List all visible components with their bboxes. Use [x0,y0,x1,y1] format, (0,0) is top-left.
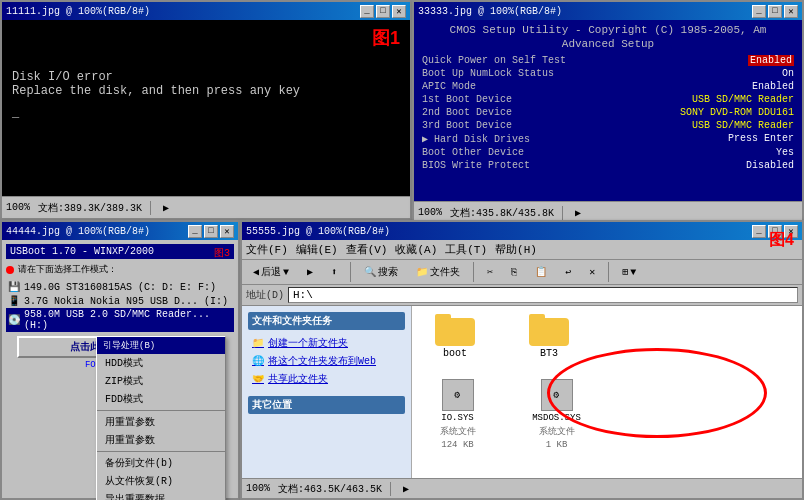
undo-button[interactable]: ↩ [558,263,578,281]
cut-button[interactable]: ✂ [480,263,500,281]
folder-boot[interactable]: boot [420,314,490,359]
file-msdossys[interactable]: ⚙ MSDOS.SYS 系统文件 1 KB [519,379,594,450]
up-button[interactable]: ⬆ [324,263,344,281]
files-row: ⚙ IO.SYS 系统文件 124 KB ⚙ MSDOS.SYS 系统文件 1 … [420,379,794,450]
win1-buttons: _ □ ✕ [360,5,406,18]
title-bar-win3: 44444.jpg @ 100%(RGB/8#) _ □ ✕ [2,222,238,240]
bios-title2: Advanced Setup [420,38,796,50]
title-text-win3: 44444.jpg @ 100%(RGB/8#) [6,226,150,237]
usboot-drive-list: 💾 149.0G ST3160815AS (C: D: E: F:) 📱 3.7… [6,280,234,332]
menu-tools[interactable]: 工具(T) [445,242,487,257]
restore-btn-win3[interactable]: □ [204,225,218,238]
fig3-label-inner: 图3 [214,246,230,260]
bios-row-5: 3rd Boot Device USB SD/MMC Reader [420,119,796,132]
bios-row-1: Boot Up NumLock Status On [420,67,796,80]
win1-status: 文档:389.3K/389.3K [38,201,151,215]
drive-label-0: 149.0G ST3160815AS (C: D: E: F:) [24,282,216,293]
close-btn-win2[interactable]: ✕ [784,5,798,18]
maximize-btn-win2[interactable]: □ [768,5,782,18]
copy-icon: ⎘ [511,267,517,278]
menu-edit[interactable]: 编辑(E) [296,242,338,257]
minimize-btn-win2[interactable]: _ [752,5,766,18]
bios-row-0: Quick Power on Self Test Enabled [420,54,796,67]
disk-error-text: Disk I/O error Replace the disk, and the… [12,70,400,120]
search-label: 搜索 [378,265,398,279]
menu-file[interactable]: 文件(F) [246,242,288,257]
publish-icon: 🌐 [252,355,264,367]
back-button[interactable]: ◀ 后退 ▼ [246,262,296,282]
close-btn-win3[interactable]: ✕ [220,225,234,238]
ctx-backup[interactable]: 备份到文件(b) [97,454,225,472]
ctx-export[interactable]: 导出重要数据 [97,490,225,500]
ctx-zip[interactable]: ZIP模式 [97,372,225,390]
sidebar-link-share[interactable]: 🤝 共享此文件夹 [248,370,405,388]
bios-row-7: Boot Other Device Yes [420,146,796,159]
minimize-btn-win1[interactable]: _ [360,5,374,18]
ctx-fdd[interactable]: FDD模式 [97,390,225,408]
msdossys-icon: ⚙ [541,379,573,411]
window-11111[interactable]: 11111.jpg @ 100%(RGB/8#) _ □ ✕ 图1 Disk I… [0,0,412,220]
folder-bt3-body [529,318,569,346]
usboot-appname: USBoot 1.70 - WINXP/2000 [10,246,154,257]
bios-row-8: BIOS Write Protect Disabled [420,159,796,172]
menu-help[interactable]: 帮助(H) [495,242,537,257]
copy-button[interactable]: ⎘ [504,264,524,281]
search-icon: 🔍 [364,266,376,278]
minimize-btn-win3[interactable]: _ [188,225,202,238]
win4-main: 文件和文件夹任务 📁 创建一个新文件夹 🌐 将这个文件夹发布到Web 🤝 共享此… [242,306,802,478]
views-icon: ⊞ [622,266,628,278]
forward-button[interactable]: ▶ [300,263,320,281]
close-btn-win1[interactable]: ✕ [392,5,406,18]
folder-bt3[interactable]: BT3 [514,314,584,359]
iosys-name: IO.SYS [441,413,473,423]
bios-row-2: APIC Mode Enabled [420,80,796,93]
window-33333[interactable]: 33333.jpg @ 100%(RGB/8#) _ □ ✕ CMOS Setu… [412,0,804,225]
folder-boot-icon [435,314,475,346]
delete-icon: ✕ [589,266,595,278]
drive-item-2[interactable]: 💽 958.0M USB 2.0 SD/MMC Reader... (H:) [6,308,234,332]
ctx-reset1[interactable]: 用重置参数 [97,413,225,431]
ctx-restore[interactable]: 从文件恢复(R) [97,472,225,490]
ctx-menu-title: 引导处理(B) [97,337,225,354]
folder-bt3-icon [529,314,569,346]
ctx-reset2[interactable]: 用重置参数 [97,431,225,449]
msdossys-type: 系统文件 [539,425,575,438]
publish-label: 将这个文件夹发布到Web [268,354,376,368]
search-button[interactable]: 🔍 搜索 [357,262,405,282]
maximize-btn-win1[interactable]: □ [376,5,390,18]
msdossys-name: MSDOS.SYS [532,413,581,423]
sidebar-link-new-folder[interactable]: 📁 创建一个新文件夹 [248,334,405,352]
win4-file-area: boot BT3 ⚙ [412,306,802,478]
views-button[interactable]: ⊞ ▼ [615,263,643,281]
iosys-type: 系统文件 [440,425,476,438]
sidebar-link-publish[interactable]: 🌐 将这个文件夹发布到Web [248,352,405,370]
address-label: 地址(D) [246,288,284,302]
cut-icon: ✂ [487,266,493,278]
delete-button[interactable]: ✕ [582,263,602,281]
undo-icon: ↩ [565,266,571,278]
menu-favorites[interactable]: 收藏(A) [395,242,437,257]
window-44444[interactable]: 44444.jpg @ 100%(RGB/8#) _ □ ✕ USBoot 1.… [0,220,240,500]
minimize-btn-win4[interactable]: _ [752,225,766,238]
address-input[interactable]: H:\ [288,287,798,303]
paste-button[interactable]: 📋 [528,263,554,281]
views-arrow: ▼ [630,267,636,278]
sidebar-section-tasks: 文件和文件夹任务 📁 创建一个新文件夹 🌐 将这个文件夹发布到Web 🤝 共享此… [248,312,405,388]
ctx-hdd[interactable]: HDD模式 [97,354,225,372]
title-bar-win1: 11111.jpg @ 100%(RGB/8#) _ □ ✕ [2,2,410,20]
drive-item-1[interactable]: 📱 3.7G Nokia Nokia N95 USB D... (I:) [6,294,234,308]
title-bar-win2: 33333.jpg @ 100%(RGB/8#) _ □ ✕ [414,2,802,20]
win2-zoom: 100% [418,207,442,218]
win2-status: 文档:435.8K/435.8K [450,206,563,220]
window-55555[interactable]: 55555.jpg @ 100%(RGB/8#) _ □ ✕ 文件(F) 编辑(… [240,220,804,500]
folders-button[interactable]: 📁 文件夹 [409,262,467,282]
title-text-win1: 11111.jpg @ 100%(RGB/8#) [6,6,150,17]
title-bar-win4: 55555.jpg @ 100%(RGB/8#) _ □ ✕ [242,222,802,240]
menu-view[interactable]: 查看(V) [346,242,388,257]
file-iosys[interactable]: ⚙ IO.SYS 系统文件 124 KB [420,379,495,450]
drive-item-0[interactable]: 💾 149.0G ST3160815AS (C: D: E: F:) [6,280,234,294]
win4-status: 文档:463.5K/463.5K [278,482,391,496]
ctx-sep1 [97,410,225,411]
win4-menubar: 文件(F) 编辑(E) 查看(V) 收藏(A) 工具(T) 帮助(H) [242,240,802,260]
status-dot [6,266,14,274]
